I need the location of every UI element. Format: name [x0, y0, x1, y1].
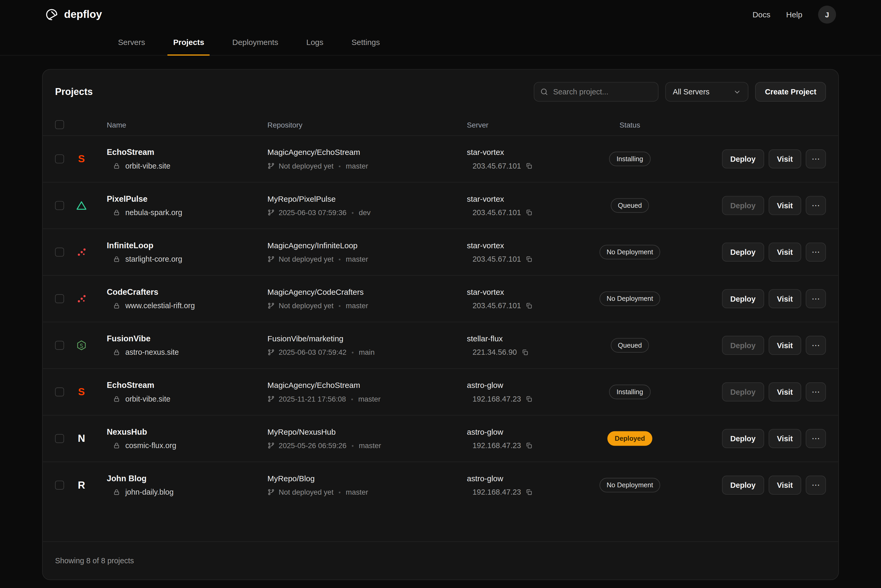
row-checkbox[interactable] — [55, 341, 64, 350]
more-actions-button[interactable]: ⋯ — [806, 196, 826, 215]
server-ip: 221.34.56.90 — [473, 348, 517, 357]
tab-servers[interactable]: Servers — [118, 29, 145, 55]
project-row: S EchoStream orbit-vibe.site MagicAgency… — [43, 135, 838, 182]
brand-name: depfloy — [64, 8, 102, 21]
more-actions-button[interactable]: ⋯ — [806, 429, 826, 448]
more-actions-button[interactable]: ⋯ — [806, 382, 826, 402]
separator-dot: • — [339, 302, 341, 309]
server-name: astro-glow — [467, 428, 579, 436]
select-all-checkbox[interactable] — [55, 120, 64, 129]
git-branch-icon — [268, 162, 275, 170]
repository-name[interactable]: MagicAgency/EchoStream — [268, 148, 467, 157]
more-actions-button[interactable]: ⋯ — [806, 149, 826, 169]
last-deploy-time: Not deployed yet — [279, 488, 334, 496]
repository-name[interactable]: MyRepo/PixelPulse — [268, 194, 467, 203]
more-actions-button[interactable]: ⋯ — [806, 336, 826, 355]
server-ip: 192.168.47.23 — [473, 441, 521, 450]
visit-button[interactable]: Visit — [768, 382, 801, 402]
server-filter-value: All Servers — [673, 88, 710, 96]
project-domain[interactable]: john-daily.blog — [125, 488, 174, 496]
visit-button[interactable]: Visit — [768, 196, 801, 215]
status-badge: Deployed — [607, 431, 652, 446]
project-domain[interactable]: orbit-vibe.site — [125, 162, 170, 170]
row-checkbox[interactable] — [55, 154, 64, 163]
depfloy-logo-icon — [45, 8, 59, 21]
deploy-button[interactable]: Deploy — [722, 289, 764, 309]
project-domain[interactable]: www.celestial-rift.org — [125, 302, 195, 310]
repository-name[interactable]: FusionVibe/marketing — [268, 334, 467, 343]
visit-button[interactable]: Visit — [768, 243, 801, 262]
tab-logs[interactable]: Logs — [306, 29, 323, 55]
svelte-icon: S — [75, 386, 88, 398]
brand[interactable]: depfloy — [45, 8, 102, 21]
copy-icon[interactable] — [526, 162, 533, 170]
top-bar: depfloy Docs Help J — [0, 0, 881, 29]
row-checkbox[interactable] — [55, 481, 64, 490]
copy-icon[interactable] — [526, 209, 533, 216]
copy-icon[interactable] — [526, 256, 533, 263]
node-icon — [75, 339, 88, 352]
last-deploy-time: 2025-06-03 07:59:36 — [279, 208, 347, 217]
separator-dot: • — [339, 256, 341, 263]
row-checkbox[interactable] — [55, 201, 64, 210]
git-branch-icon — [268, 349, 275, 356]
deploy-button[interactable]: Deploy — [722, 243, 764, 262]
project-domain[interactable]: astro-nexus.site — [125, 348, 179, 357]
visit-button[interactable]: Visit — [768, 476, 801, 495]
tab-deployments[interactable]: Deployments — [232, 29, 278, 55]
project-name: CodeCrafters — [107, 287, 268, 296]
server-name: astro-glow — [467, 381, 579, 390]
deploy-button[interactable]: Deploy — [722, 336, 764, 355]
status-badge: No Deployment — [599, 291, 660, 306]
visit-button[interactable]: Visit — [768, 289, 801, 309]
row-checkbox[interactable] — [55, 248, 64, 256]
last-deploy-time: 2025-05-26 06:59:26 — [279, 441, 347, 450]
repository-name[interactable]: MyRepo/Blog — [268, 474, 467, 483]
deploy-button[interactable]: Deploy — [722, 382, 764, 402]
project-domain[interactable]: cosmic-flux.org — [125, 441, 176, 450]
copy-icon[interactable] — [526, 442, 533, 449]
server-name: star-vortex — [467, 148, 579, 157]
visit-button[interactable]: Visit — [768, 429, 801, 448]
row-checkbox[interactable] — [55, 434, 64, 443]
panel-header: Projects All Servers — [43, 70, 838, 114]
copy-icon[interactable] — [521, 349, 529, 356]
tab-projects[interactable]: Projects — [173, 29, 204, 55]
separator-dot: • — [352, 349, 354, 356]
row-checkbox[interactable] — [55, 387, 64, 396]
tab-settings[interactable]: Settings — [352, 29, 380, 55]
row-checkbox[interactable] — [55, 294, 64, 303]
visit-button[interactable]: Visit — [768, 336, 801, 355]
repository-name[interactable]: MagicAgency/InfiniteLoop — [268, 241, 467, 250]
visit-button[interactable]: Visit — [768, 149, 801, 169]
server-filter-select[interactable]: All Servers — [666, 82, 749, 102]
docs-link[interactable]: Docs — [753, 10, 770, 19]
copy-icon[interactable] — [526, 302, 533, 309]
search-input[interactable] — [553, 88, 652, 96]
deploy-button[interactable]: Deploy — [722, 476, 764, 495]
separator-dot: • — [339, 489, 341, 496]
server-ip: 203.45.67.101 — [473, 162, 521, 170]
separator-dot: • — [352, 442, 354, 449]
status-badge: Queued — [610, 198, 649, 213]
deploy-button[interactable]: Deploy — [722, 429, 764, 448]
repository-name[interactable]: MagicAgency/CodeCrafters — [268, 287, 467, 296]
repository-name[interactable]: MagicAgency/EchoStream — [268, 381, 467, 390]
project-domain[interactable]: nebula-spark.org — [125, 208, 182, 217]
user-avatar[interactable]: J — [818, 6, 836, 23]
server-ip: 203.45.67.101 — [473, 302, 521, 310]
copy-icon[interactable] — [526, 395, 533, 403]
more-actions-button[interactable]: ⋯ — [806, 289, 826, 309]
more-actions-button[interactable]: ⋯ — [806, 476, 826, 495]
deploy-button[interactable]: Deploy — [722, 149, 764, 169]
create-project-button[interactable]: Create Project — [755, 82, 826, 102]
repository-name[interactable]: MyRepo/NexusHub — [268, 428, 467, 436]
git-branch-icon — [268, 395, 275, 403]
branch-name: master — [346, 488, 368, 496]
copy-icon[interactable] — [526, 489, 533, 496]
project-domain[interactable]: starlight-core.org — [125, 255, 182, 263]
project-domain[interactable]: orbit-vibe.site — [125, 395, 170, 403]
more-actions-button[interactable]: ⋯ — [806, 243, 826, 262]
deploy-button[interactable]: Deploy — [722, 196, 764, 215]
help-link[interactable]: Help — [786, 10, 802, 19]
